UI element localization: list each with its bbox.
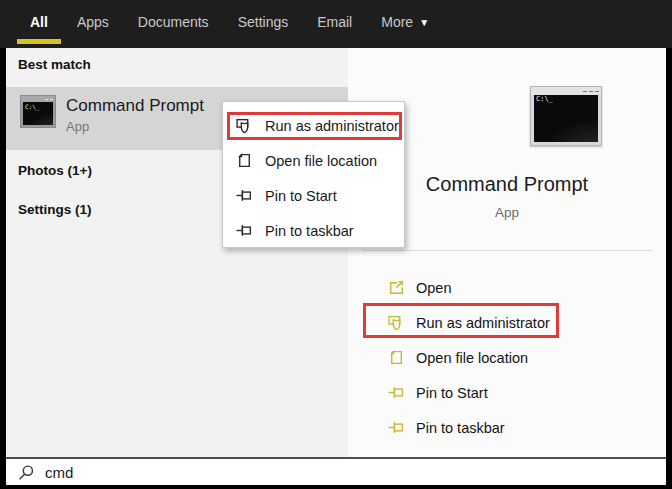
action-pin-to-taskbar[interactable]: Pin to taskbar — [348, 410, 666, 445]
group-photos[interactable]: Photos (1+) — [18, 163, 92, 178]
action-run-as-administrator[interactable]: Run as administrator — [348, 305, 666, 340]
open-icon — [388, 279, 405, 296]
action-label: Open file location — [416, 350, 528, 366]
result-title: Command Prompt — [66, 96, 204, 116]
search-icon — [18, 464, 35, 481]
run-as-admin-shield-icon — [388, 314, 405, 331]
action-open-file-location[interactable]: Open file location — [348, 340, 666, 375]
tab-email[interactable]: Email — [317, 14, 352, 30]
best-match-heading: Best match — [18, 57, 91, 72]
command-prompt-icon: C:\_ — [20, 95, 56, 128]
tab-settings[interactable]: Settings — [238, 14, 289, 30]
run-as-admin-shield-icon — [236, 117, 253, 134]
action-label: Pin to Start — [416, 385, 488, 401]
menu-item-open-file-location[interactable]: Open file location — [223, 143, 404, 178]
pin-icon — [388, 419, 405, 436]
pin-icon — [236, 222, 253, 239]
menu-item-label: Open file location — [265, 153, 377, 169]
active-tab-underline — [17, 39, 61, 44]
tab-apps[interactable]: Apps — [77, 14, 109, 30]
action-label: Open — [416, 280, 451, 296]
chevron-down-icon: ▼ — [419, 17, 429, 28]
tab-documents[interactable]: Documents — [138, 14, 209, 30]
menu-item-pin-to-taskbar[interactable]: Pin to taskbar — [223, 213, 404, 248]
file-location-icon — [388, 349, 405, 366]
tab-more[interactable]: More▼ — [381, 14, 429, 30]
tab-all[interactable]: All — [30, 14, 48, 30]
menu-item-run-as-administrator[interactable]: Run as administrator — [223, 108, 404, 143]
group-settings[interactable]: Settings (1) — [18, 202, 92, 217]
menu-item-label: Run as administrator — [265, 118, 399, 134]
menu-item-label: Pin to taskbar — [265, 223, 354, 239]
command-prompt-icon-large: C:\_ — [530, 86, 602, 146]
file-location-icon — [236, 152, 253, 169]
result-subtitle: App — [66, 119, 89, 134]
detail-divider — [362, 250, 652, 251]
action-open[interactable]: Open — [348, 270, 666, 305]
menu-item-pin-to-start[interactable]: Pin to Start — [223, 178, 404, 213]
search-input[interactable] — [45, 464, 345, 481]
detail-actions-list: Open Run as administrator — [348, 270, 666, 445]
pin-icon — [388, 384, 405, 401]
search-flyout-window: All Apps Documents Settings Email More▼ … — [0, 0, 672, 489]
pin-icon — [236, 187, 253, 204]
menu-item-label: Pin to Start — [265, 188, 337, 204]
search-filter-tabbar: All Apps Documents Settings Email More▼ — [0, 0, 672, 48]
context-menu: Run as administrator Open file location … — [222, 101, 405, 248]
action-label: Run as administrator — [416, 315, 550, 331]
search-bar[interactable] — [6, 457, 666, 485]
action-label: Pin to taskbar — [416, 420, 505, 436]
action-pin-to-start[interactable]: Pin to Start — [348, 375, 666, 410]
